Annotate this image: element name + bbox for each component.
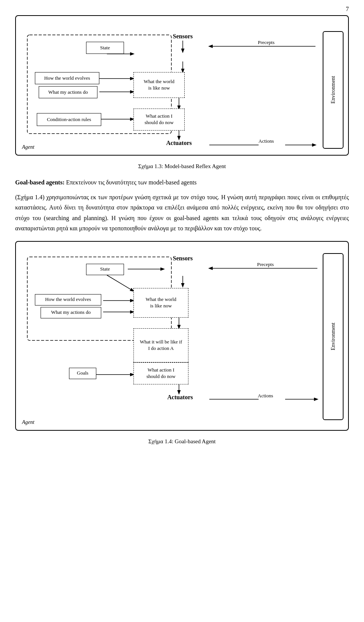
- what-world-now-box: What the world is like now: [133, 72, 185, 98]
- d2-goals-box: Goals: [69, 368, 96, 379]
- agent-label: Agent: [22, 144, 35, 150]
- d2-agent-label: Agent: [22, 419, 35, 425]
- what-action-now-box: What action I should do now: [133, 109, 185, 131]
- environment-box: Environment: [323, 31, 344, 149]
- d2-environment-box: Environment: [323, 253, 344, 420]
- sensors-label: Sensors: [164, 33, 202, 41]
- what-actions-box: What my actions do: [39, 86, 97, 98]
- diagram2-caption: Σχήμα 1.4: Goal-based Agent: [15, 438, 349, 445]
- d2-what-it-will-box: What it will be like if I do action A: [133, 328, 188, 362]
- how-world-box: How the world evolves: [35, 72, 99, 84]
- svg-line-14: [107, 275, 133, 291]
- diagram1-caption: Σχήμα 1.3: Model-based Reflex Agent: [15, 163, 349, 170]
- d2-how-world-box: How the world evolves: [35, 294, 101, 305]
- d2-actuators-label: Actuators: [155, 394, 205, 402]
- d2-actions-label: Actions: [250, 393, 281, 399]
- d2-precepts-label: Precepts: [250, 261, 281, 268]
- section-heading-rest: Επεκτείνουν τις δυνατότητες των model-ba…: [64, 179, 196, 186]
- d2-what-action-now-box: What action I should do now: [133, 362, 188, 384]
- condition-rules-box: Condition-action rules: [37, 113, 101, 126]
- section-heading-bold: Goal-based agents:: [15, 179, 64, 186]
- actions-label: Actions: [251, 138, 281, 145]
- section-para1: (Σχήμα 1.4) χρησιμοποιώντας εκ των προτέ…: [15, 192, 349, 233]
- page-number: 7: [346, 6, 349, 13]
- actuators-label: Actuators: [156, 139, 202, 147]
- diagram2-container: State How the world evolves What my acti…: [15, 241, 349, 431]
- precepts-label: Precepts: [251, 39, 281, 46]
- d2-state-box: State: [86, 264, 124, 275]
- state-box: State: [86, 42, 124, 54]
- d2-sensors-label: Sensors: [164, 255, 202, 263]
- d2-what-actions-box: What my actions do: [41, 307, 101, 318]
- d2-what-world-now-box: What the world is like now: [133, 288, 188, 318]
- section-text: Goal-based agents: Επεκτείνουν τις δυνατ…: [15, 177, 349, 233]
- diagram1-container: State How the world evolves What my acti…: [15, 15, 349, 156]
